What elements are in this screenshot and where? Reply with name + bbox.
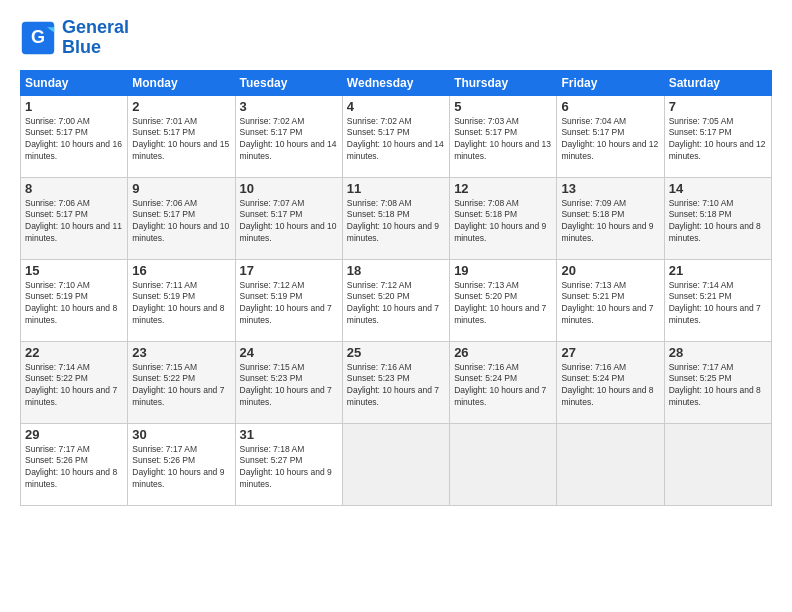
table-cell: 4 Sunrise: 7:02 AMSunset: 5:17 PMDayligh… <box>342 95 449 177</box>
day-number: 6 <box>561 99 659 114</box>
table-cell: 30 Sunrise: 7:17 AMSunset: 5:26 PMDaylig… <box>128 423 235 505</box>
table-cell: 29 Sunrise: 7:17 AMSunset: 5:26 PMDaylig… <box>21 423 128 505</box>
calendar-page: G General Blue Sunday Monday Tuesday Wed… <box>0 0 792 516</box>
day-info: Sunrise: 7:09 AMSunset: 5:18 PMDaylight:… <box>561 198 653 244</box>
calendar-table: Sunday Monday Tuesday Wednesday Thursday… <box>20 70 772 506</box>
table-cell: 2 Sunrise: 7:01 AMSunset: 5:17 PMDayligh… <box>128 95 235 177</box>
day-info: Sunrise: 7:07 AMSunset: 5:17 PMDaylight:… <box>240 198 337 244</box>
calendar-header: G General Blue <box>20 18 772 58</box>
day-info: Sunrise: 7:06 AMSunset: 5:17 PMDaylight:… <box>25 198 122 244</box>
day-info: Sunrise: 7:17 AMSunset: 5:25 PMDaylight:… <box>669 362 761 408</box>
calendar-row: 22 Sunrise: 7:14 AMSunset: 5:22 PMDaylig… <box>21 341 772 423</box>
table-cell: 16 Sunrise: 7:11 AMSunset: 5:19 PMDaylig… <box>128 259 235 341</box>
calendar-row: 8 Sunrise: 7:06 AMSunset: 5:17 PMDayligh… <box>21 177 772 259</box>
table-cell: 15 Sunrise: 7:10 AMSunset: 5:19 PMDaylig… <box>21 259 128 341</box>
day-info: Sunrise: 7:13 AMSunset: 5:20 PMDaylight:… <box>454 280 546 326</box>
day-info: Sunrise: 7:15 AMSunset: 5:23 PMDaylight:… <box>240 362 332 408</box>
day-info: Sunrise: 7:02 AMSunset: 5:17 PMDaylight:… <box>240 116 337 162</box>
table-cell: 18 Sunrise: 7:12 AMSunset: 5:20 PMDaylig… <box>342 259 449 341</box>
table-cell: 12 Sunrise: 7:08 AMSunset: 5:18 PMDaylig… <box>450 177 557 259</box>
table-cell: 7 Sunrise: 7:05 AMSunset: 5:17 PMDayligh… <box>664 95 771 177</box>
col-monday: Monday <box>128 70 235 95</box>
col-friday: Friday <box>557 70 664 95</box>
day-info: Sunrise: 7:17 AMSunset: 5:26 PMDaylight:… <box>25 444 117 490</box>
table-cell: 6 Sunrise: 7:04 AMSunset: 5:17 PMDayligh… <box>557 95 664 177</box>
day-info: Sunrise: 7:03 AMSunset: 5:17 PMDaylight:… <box>454 116 551 162</box>
day-number: 3 <box>240 99 338 114</box>
table-cell: 24 Sunrise: 7:15 AMSunset: 5:23 PMDaylig… <box>235 341 342 423</box>
day-number: 31 <box>240 427 338 442</box>
day-info: Sunrise: 7:04 AMSunset: 5:17 PMDaylight:… <box>561 116 658 162</box>
day-number: 2 <box>132 99 230 114</box>
table-cell: 14 Sunrise: 7:10 AMSunset: 5:18 PMDaylig… <box>664 177 771 259</box>
table-cell: 3 Sunrise: 7:02 AMSunset: 5:17 PMDayligh… <box>235 95 342 177</box>
table-cell: 22 Sunrise: 7:14 AMSunset: 5:22 PMDaylig… <box>21 341 128 423</box>
day-number: 4 <box>347 99 445 114</box>
day-number: 13 <box>561 181 659 196</box>
day-info: Sunrise: 7:14 AMSunset: 5:21 PMDaylight:… <box>669 280 761 326</box>
day-info: Sunrise: 7:16 AMSunset: 5:24 PMDaylight:… <box>561 362 653 408</box>
day-info: Sunrise: 7:00 AMSunset: 5:17 PMDaylight:… <box>25 116 122 162</box>
day-info: Sunrise: 7:12 AMSunset: 5:20 PMDaylight:… <box>347 280 439 326</box>
table-cell: 1 Sunrise: 7:00 AMSunset: 5:17 PMDayligh… <box>21 95 128 177</box>
table-cell <box>450 423 557 505</box>
table-cell: 27 Sunrise: 7:16 AMSunset: 5:24 PMDaylig… <box>557 341 664 423</box>
table-cell: 5 Sunrise: 7:03 AMSunset: 5:17 PMDayligh… <box>450 95 557 177</box>
col-thursday: Thursday <box>450 70 557 95</box>
day-number: 29 <box>25 427 123 442</box>
day-info: Sunrise: 7:12 AMSunset: 5:19 PMDaylight:… <box>240 280 332 326</box>
day-number: 21 <box>669 263 767 278</box>
svg-text:G: G <box>31 27 45 47</box>
table-cell: 19 Sunrise: 7:13 AMSunset: 5:20 PMDaylig… <box>450 259 557 341</box>
table-cell: 17 Sunrise: 7:12 AMSunset: 5:19 PMDaylig… <box>235 259 342 341</box>
day-info: Sunrise: 7:10 AMSunset: 5:18 PMDaylight:… <box>669 198 761 244</box>
logo-text: General Blue <box>62 18 129 58</box>
day-number: 27 <box>561 345 659 360</box>
calendar-header-row: Sunday Monday Tuesday Wednesday Thursday… <box>21 70 772 95</box>
day-number: 10 <box>240 181 338 196</box>
table-cell <box>557 423 664 505</box>
day-info: Sunrise: 7:14 AMSunset: 5:22 PMDaylight:… <box>25 362 117 408</box>
table-cell <box>342 423 449 505</box>
table-cell: 9 Sunrise: 7:06 AMSunset: 5:17 PMDayligh… <box>128 177 235 259</box>
col-sunday: Sunday <box>21 70 128 95</box>
day-number: 12 <box>454 181 552 196</box>
calendar-row: 1 Sunrise: 7:00 AMSunset: 5:17 PMDayligh… <box>21 95 772 177</box>
day-info: Sunrise: 7:02 AMSunset: 5:17 PMDaylight:… <box>347 116 444 162</box>
day-number: 9 <box>132 181 230 196</box>
table-cell: 23 Sunrise: 7:15 AMSunset: 5:22 PMDaylig… <box>128 341 235 423</box>
day-info: Sunrise: 7:01 AMSunset: 5:17 PMDaylight:… <box>132 116 229 162</box>
day-info: Sunrise: 7:15 AMSunset: 5:22 PMDaylight:… <box>132 362 224 408</box>
day-number: 5 <box>454 99 552 114</box>
day-info: Sunrise: 7:13 AMSunset: 5:21 PMDaylight:… <box>561 280 653 326</box>
day-number: 11 <box>347 181 445 196</box>
calendar-row: 29 Sunrise: 7:17 AMSunset: 5:26 PMDaylig… <box>21 423 772 505</box>
day-number: 20 <box>561 263 659 278</box>
day-number: 1 <box>25 99 123 114</box>
day-number: 26 <box>454 345 552 360</box>
day-info: Sunrise: 7:10 AMSunset: 5:19 PMDaylight:… <box>25 280 117 326</box>
day-number: 25 <box>347 345 445 360</box>
day-number: 22 <box>25 345 123 360</box>
logo-icon: G <box>20 20 56 56</box>
table-cell <box>664 423 771 505</box>
table-cell: 20 Sunrise: 7:13 AMSunset: 5:21 PMDaylig… <box>557 259 664 341</box>
table-cell: 21 Sunrise: 7:14 AMSunset: 5:21 PMDaylig… <box>664 259 771 341</box>
day-number: 30 <box>132 427 230 442</box>
col-wednesday: Wednesday <box>342 70 449 95</box>
table-cell: 13 Sunrise: 7:09 AMSunset: 5:18 PMDaylig… <box>557 177 664 259</box>
day-info: Sunrise: 7:18 AMSunset: 5:27 PMDaylight:… <box>240 444 332 490</box>
day-number: 8 <box>25 181 123 196</box>
day-number: 28 <box>669 345 767 360</box>
day-number: 24 <box>240 345 338 360</box>
day-info: Sunrise: 7:08 AMSunset: 5:18 PMDaylight:… <box>454 198 546 244</box>
day-info: Sunrise: 7:06 AMSunset: 5:17 PMDaylight:… <box>132 198 229 244</box>
day-number: 23 <box>132 345 230 360</box>
table-cell: 31 Sunrise: 7:18 AMSunset: 5:27 PMDaylig… <box>235 423 342 505</box>
table-cell: 11 Sunrise: 7:08 AMSunset: 5:18 PMDaylig… <box>342 177 449 259</box>
table-cell: 26 Sunrise: 7:16 AMSunset: 5:24 PMDaylig… <box>450 341 557 423</box>
table-cell: 8 Sunrise: 7:06 AMSunset: 5:17 PMDayligh… <box>21 177 128 259</box>
day-number: 16 <box>132 263 230 278</box>
day-number: 15 <box>25 263 123 278</box>
day-number: 18 <box>347 263 445 278</box>
